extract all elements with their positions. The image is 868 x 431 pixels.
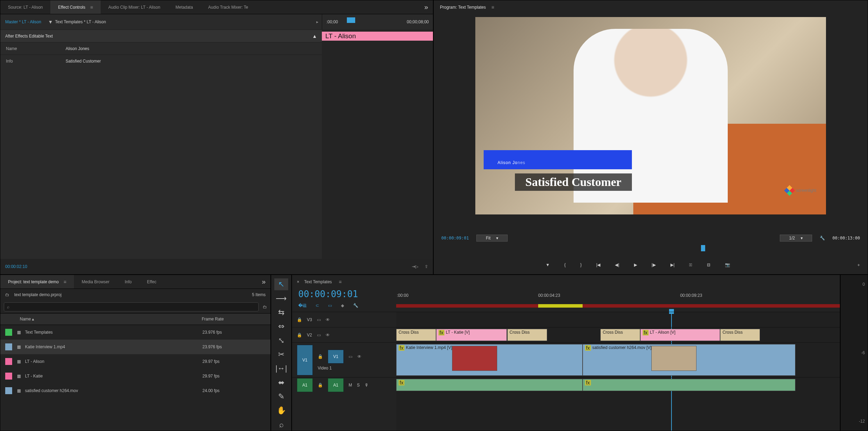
mute-icon[interactable]: M [349,383,352,388]
master-clip-link[interactable]: Master * LT - Alison [0,19,46,24]
hand-tool[interactable]: ✋ [274,405,288,416]
sync-lock-icon[interactable]: ▭ [317,333,321,338]
panel-menu-icon[interactable]: ≡ [339,279,342,285]
tab-effects[interactable]: Effec [139,275,164,288]
fx-badge-icon[interactable]: fx [585,380,591,385]
lock-icon[interactable]: 🔒 [297,333,302,338]
timeline-clip[interactable]: Cross Diss [396,329,436,341]
target-track-a1[interactable]: A1 [328,378,344,392]
timeline-clip[interactable]: fxKatie Interview 1.mp4 [V] [396,344,583,376]
lock-icon[interactable]: 🔒 [318,383,323,388]
panel-menu-icon[interactable]: ≡ [64,279,66,285]
panel-menu-icon[interactable]: ≡ [491,5,494,10]
add-marker-button[interactable]: ▼ [545,262,550,267]
time-ruler[interactable]: :00:00 00:00:04:23 00:00:09:23 [396,293,840,304]
go-to-clip-icon[interactable]: ▸ [316,19,322,24]
timeline-clip[interactable]: Cross Diss [507,329,547,341]
eye-icon[interactable]: 👁 [357,354,361,359]
mini-timeline-clip[interactable]: LT - Alison [322,32,433,41]
rate-stretch-tool[interactable]: ⤡ [274,334,288,346]
ripple-edit-tool[interactable]: ⇆ [274,307,288,318]
lock-icon[interactable]: 🔒 [318,354,323,359]
tab-info[interactable]: Info [117,275,139,288]
mark-out-button[interactable]: } [580,262,582,267]
extract-button[interactable]: ⊟ [707,262,710,267]
tab-project[interactable]: Project: text template demo≡ [0,275,74,288]
button-editor-add[interactable]: ＋ [857,262,868,268]
source-patch-a1[interactable]: A1 [297,378,313,392]
play-button[interactable]: ▶ [634,262,637,267]
program-ruler[interactable] [441,245,860,255]
razor-tool[interactable]: ✂ [274,349,288,360]
fx-badge-icon[interactable]: fx [439,330,444,335]
fx-badge-icon[interactable]: fx [399,345,404,351]
tabs-overflow-button[interactable]: » [257,278,270,286]
resolution-select[interactable]: 1/2▾ [780,235,812,242]
go-to-out-button[interactable]: ▶| [670,262,675,267]
col-frame-rate[interactable]: Frame Rate [202,317,224,322]
mark-in-button[interactable]: { [564,262,566,267]
panel-menu-icon[interactable]: ≡ [90,5,93,10]
track-header-v1[interactable]: V1 🔒 V1 ▭ 👁 Video 1 [292,342,396,377]
tab-media-browser[interactable]: Media Browser [74,275,117,288]
tab-audio-track-mixer[interactable]: Audio Track Mixer: Te [201,0,256,14]
timeline-clip[interactable]: fxLT - Katie [V] [436,329,507,341]
go-to-in-button[interactable]: |◀ [596,262,600,267]
project-item[interactable]: ▦satisfied customer h264.mov 24.00 fps [0,383,270,398]
linked-selection-icon[interactable]: ⊂ [316,303,319,308]
tabs-overflow-button[interactable]: » [419,3,433,11]
step-forward-button[interactable]: |▶ [652,262,656,267]
pen-tool[interactable]: ✎ [274,391,288,402]
tab-source[interactable]: Source: LT - Alison [0,0,50,14]
sequence-tab[interactable]: Text Templates [304,279,332,284]
project-search-input[interactable]: ⌕ [4,302,259,311]
settings-icon[interactable]: 🔧 [353,303,358,308]
clips-area[interactable]: Cross DissfxLT - Katie [V]Cross DissCros… [396,312,840,431]
track-a1[interactable]: fxfx [396,377,840,392]
tab-metadata[interactable]: Metadata [168,0,201,14]
fx-badge-icon[interactable]: fx [399,380,404,385]
label-swatch[interactable] [5,329,12,336]
slide-tool[interactable]: ⬌ [274,377,288,389]
lock-icon[interactable]: 🔒 [297,317,302,322]
program-tab[interactable]: Program: Text Templates [440,5,486,10]
target-track-v1[interactable]: V1 [328,350,344,364]
mini-playhead-icon[interactable] [347,17,355,23]
timeline-clip[interactable]: fx [396,379,583,391]
solo-icon[interactable]: S [357,383,360,388]
step-back-button[interactable]: ◀| [615,262,619,267]
timeline-clip[interactable]: fxLT - Alison [V] [640,329,720,341]
new-bin-icon[interactable]: 🗀 [263,304,267,309]
close-sequence-icon[interactable]: × [297,279,299,284]
eye-icon[interactable]: 👁 [326,317,330,322]
export-frame-button[interactable]: 📷 [725,262,730,267]
snap-icon[interactable]: �磁 [298,303,307,309]
track-v2[interactable]: Cross DissfxLT - Katie [V]Cross DissCros… [396,327,840,342]
sync-lock-icon[interactable]: ▭ [349,354,352,359]
program-playhead-icon[interactable] [701,245,705,251]
rolling-edit-tool[interactable]: ⇔ [274,320,288,332]
tab-effect-controls[interactable]: Effect Controls≡ [50,0,101,14]
track-name-v1[interactable]: Video 1 [318,366,361,371]
label-swatch[interactable] [5,387,12,394]
col-name[interactable]: Name ▴ [0,317,202,322]
settings-icon[interactable]: 🔧 [820,236,825,241]
section-ae-editable-text[interactable]: After Effects Editable Text ▲ [0,30,322,42]
collapse-icon[interactable]: ▲ [312,33,322,39]
project-item[interactable]: ▦Katie Interview 1.mp4 23.976 fps [0,340,270,354]
slip-tool[interactable]: |↔| [274,363,288,374]
timeline-clip[interactable]: Cross Diss [600,329,640,341]
label-swatch[interactable] [5,358,12,365]
track-v1[interactable]: fxKatie Interview 1.mp4 [V]fxsatisfied c… [396,342,840,377]
export-frame-icon[interactable]: ⇪ [425,264,428,269]
lift-button[interactable]: �⃞ [689,262,692,267]
program-current-tc[interactable]: 00:00:09:01 [441,236,469,241]
track-header-v2[interactable]: 🔒 V2 ▭ 👁 [292,327,396,342]
label-swatch[interactable] [5,343,12,350]
zoom-tool[interactable]: ⌕ [274,419,288,431]
project-item[interactable]: ▦LT - Katie 29.97 fps [0,369,270,383]
program-viewer[interactable]: Alison Jones Satisfied Customer screenli… [434,14,868,231]
timeline-current-tc[interactable]: 00:00:09:01 [292,289,396,299]
track-header-a1[interactable]: A1 🔒 A1 M S 🎙 [292,377,396,392]
timeline-clip[interactable]: Cross Diss [720,329,760,341]
